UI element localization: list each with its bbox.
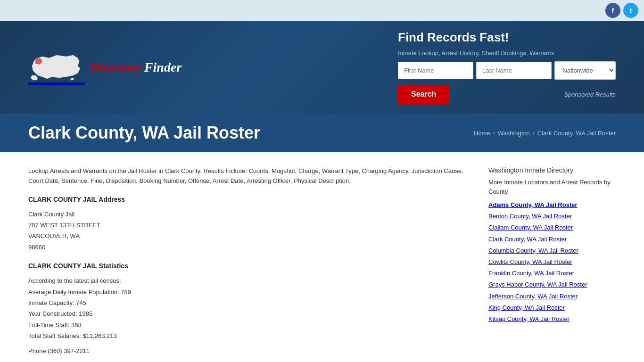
- logo-area: Directory Finder: [28, 49, 182, 85]
- search-area: Find Records Fast! Inmate Lookup, Arrest…: [398, 30, 616, 104]
- address-section-title: CLARK COUNTY JAIL Address: [28, 196, 474, 203]
- last-name-input[interactable]: [476, 62, 552, 79]
- address-line-2: 707 WEST 13TH STREET: [28, 220, 474, 230]
- facebook-icon[interactable]: f: [605, 3, 620, 18]
- search-inputs: -Nationwide-: [398, 61, 616, 80]
- svg-rect-1: [28, 82, 85, 85]
- stat-3: Year Constructed: 1985: [28, 308, 474, 319]
- breadcrumb-home[interactable]: Home: [474, 130, 490, 137]
- sidebar-link-9[interactable]: King County, WA Jail Roster: [488, 304, 616, 312]
- stat-2: Inmate Capacity: 745: [28, 297, 474, 308]
- breadcrumb-separator-2: ›: [533, 130, 535, 136]
- sidebar-link-5[interactable]: Cowlitz County, WA Jail Roster: [488, 258, 616, 266]
- address-line-1: Clark County Jail: [28, 209, 474, 220]
- stats-section-title: CLARK COUNTY JAIL Statistics: [28, 262, 474, 270]
- page-title-bar: Clark County, WA Jail Roster Home › Wash…: [0, 114, 644, 152]
- address-line-4: 98660: [28, 242, 474, 253]
- stats-block: According to the latest jail census: Ave…: [28, 275, 474, 341]
- search-row: Search Sponsored Results: [398, 84, 616, 104]
- logo-map-icon: [28, 49, 85, 85]
- breadcrumb-state[interactable]: Washington: [498, 130, 530, 137]
- sidebar-link-2[interactable]: Clallam County, WA Jail Roster: [488, 223, 616, 232]
- address-block: Clark County Jail 707 WEST 13TH STREET V…: [28, 209, 474, 253]
- breadcrumb: Home › Washington › Clark County, WA Jai…: [474, 130, 616, 137]
- sidebar-link-7[interactable]: Grays Habor County, WA Jail Roster: [488, 280, 616, 289]
- sidebar-title: Washington Inmate Directory: [488, 166, 616, 174]
- sponsored-label: Sponsored Results: [564, 91, 616, 98]
- sidebar-subtitle: More Inmate Locators and Arrest Records …: [488, 178, 616, 196]
- sidebar-link-10[interactable]: Kitsap County, WA Jail Roster: [488, 315, 616, 323]
- header: Directory Finder Find Records Fast! Inma…: [0, 21, 644, 114]
- sidebar-links: Adams County, WA Jail RosterBenton Count…: [488, 201, 616, 323]
- phone: Phone:(360) 397-2211: [28, 347, 474, 354]
- logo[interactable]: Directory Finder: [28, 49, 182, 85]
- content-left: Lookup Arrests and Warrants on the Jail …: [28, 166, 474, 354]
- logo-text: Directory Finder: [90, 60, 182, 75]
- sidebar-link-4[interactable]: Columbia County, WA Jail Roster: [488, 247, 616, 255]
- search-button[interactable]: Search: [398, 84, 449, 104]
- first-name-input[interactable]: [398, 62, 473, 79]
- sidebar: Washington Inmate Directory More Inmate …: [488, 166, 616, 354]
- search-title: Find Records Fast!: [398, 30, 616, 45]
- state-select[interactable]: -Nationwide-: [554, 61, 616, 80]
- search-subtitle: Inmate Lookup, Arrest History, Sheriff B…: [398, 49, 616, 57]
- twitter-icon[interactable]: t: [623, 3, 638, 18]
- breadcrumb-separator-1: ›: [493, 130, 495, 136]
- stat-4: Full-Time Staff: 368: [28, 320, 474, 330]
- social-bar: f t: [0, 0, 644, 21]
- page-title: Clark County, WA Jail Roster: [28, 123, 260, 143]
- main-content: Lookup Arrests and Warrants on the Jail …: [0, 152, 644, 362]
- sidebar-link-8[interactable]: Jefferson County, WA Jail Roster: [488, 292, 616, 301]
- sidebar-link-0[interactable]: Adams County, WA Jail Roster: [488, 201, 616, 209]
- stats-intro: According to the latest jail census:: [28, 275, 474, 286]
- stat-5: Total Staff Salaries: $11,263,213: [28, 330, 474, 341]
- address-line-3: VANCOUVER, WA: [28, 230, 474, 241]
- svg-rect-0: [28, 49, 85, 85]
- sidebar-link-3[interactable]: Clark County, WA Jail Roster: [488, 235, 616, 244]
- description-text: Lookup Arrests and Warrants on the Jail …: [28, 166, 474, 186]
- breadcrumb-current: Clark County, WA Jail Roster: [537, 130, 616, 137]
- sidebar-link-1[interactable]: Benton County, WA Jail Roster: [488, 212, 616, 221]
- stat-1: Average Daily Inmate Population: 789: [28, 287, 474, 297]
- sidebar-link-6[interactable]: Franklin County, WA Jail Roster: [488, 269, 616, 278]
